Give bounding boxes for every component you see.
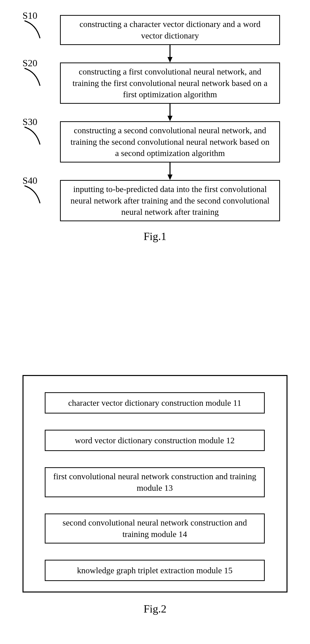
arrow-down-icon bbox=[168, 162, 172, 180]
page: S10 constructing a character vector dict… bbox=[0, 0, 310, 644]
module-text: knowledge graph triplet extraction modul… bbox=[77, 565, 232, 576]
flow-step-text: constructing a second convolutional neur… bbox=[68, 125, 272, 159]
flow-step-s20: constructing a first convolutional neura… bbox=[60, 62, 280, 104]
module-word-vector-dict: word vector dictionary construction modu… bbox=[45, 430, 265, 451]
arrow-down-icon bbox=[168, 45, 172, 62]
module-char-vector-dict: character vector dictionary construction… bbox=[45, 392, 265, 414]
flow-step-text: constructing a first convolutional neura… bbox=[68, 66, 272, 100]
svg-marker-3 bbox=[168, 116, 172, 121]
module-knowledge-graph: knowledge graph triplet extraction modul… bbox=[45, 560, 265, 581]
callout-curve-icon bbox=[22, 184, 45, 207]
module-text: character vector dictionary construction… bbox=[68, 397, 242, 409]
flow-step-s40: inputting to-be-predicted data into the … bbox=[60, 180, 280, 221]
callout-curve-icon bbox=[22, 20, 45, 42]
callout-curve-icon bbox=[22, 67, 45, 90]
figure-2-caption: Fig.2 bbox=[0, 602, 310, 615]
svg-marker-1 bbox=[168, 57, 172, 62]
flow-step-s30: constructing a second convolutional neur… bbox=[60, 121, 280, 162]
module-text: first convolutional neural network const… bbox=[50, 471, 259, 494]
module-text: word vector dictionary construction modu… bbox=[75, 435, 234, 446]
flow-step-s10: constructing a character vector dictiona… bbox=[60, 15, 280, 45]
module-text: second convolutional neural network cons… bbox=[50, 517, 259, 540]
arrow-down-icon bbox=[168, 104, 172, 121]
flow-step-text: constructing a character vector dictiona… bbox=[68, 18, 272, 42]
module-second-cnn: second convolutional neural network cons… bbox=[45, 514, 265, 544]
svg-marker-5 bbox=[168, 174, 172, 180]
callout-curve-icon bbox=[22, 126, 45, 148]
figure-1-caption: Fig.1 bbox=[0, 230, 310, 243]
system-container: character vector dictionary construction… bbox=[22, 375, 288, 592]
flow-step-text: inputting to-be-predicted data into the … bbox=[68, 184, 272, 218]
module-first-cnn: first convolutional neural network const… bbox=[45, 467, 265, 497]
